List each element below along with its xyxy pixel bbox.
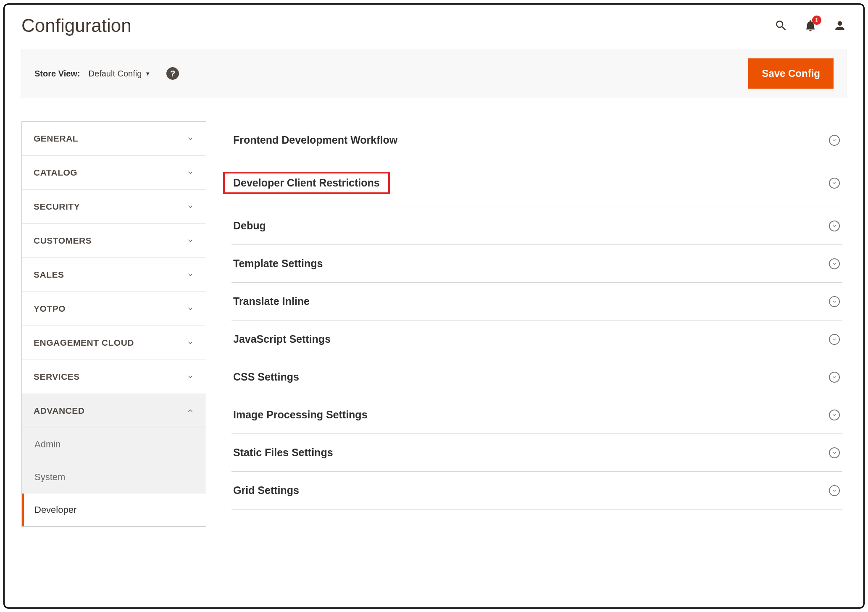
- sidebar-item-admin[interactable]: Admin: [22, 428, 206, 461]
- sidebar-group-general[interactable]: GENERAL: [22, 122, 206, 156]
- expand-down-icon: [829, 258, 840, 269]
- chevron-down-icon: [187, 135, 194, 142]
- chevron-down-icon: [187, 305, 194, 313]
- chevron-down-icon: [187, 373, 194, 381]
- store-view-value: Default Config: [89, 69, 142, 79]
- sidebar-item-system[interactable]: System: [22, 461, 206, 494]
- notifications-icon[interactable]: 1: [804, 19, 817, 32]
- sidebar-group-label: ADVANCED: [34, 406, 84, 416]
- section-frontend-development-workflow[interactable]: Frontend Development Workflow: [231, 121, 842, 159]
- section-debug[interactable]: Debug: [231, 207, 842, 245]
- section-title: JavaScript Settings: [233, 333, 331, 345]
- store-view-select[interactable]: Default Config ▼: [89, 69, 151, 79]
- section-title: Image Processing Settings: [233, 409, 368, 421]
- sidebar-group-label: ENGAGEMENT CLOUD: [34, 338, 134, 348]
- chevron-up-icon: [187, 407, 194, 415]
- section-title: Frontend Development Workflow: [233, 134, 397, 146]
- expand-down-icon: [829, 485, 840, 496]
- section-title: Translate Inline: [233, 295, 310, 307]
- section-title: Static Files Settings: [233, 447, 333, 459]
- chevron-down-icon: [187, 203, 194, 210]
- section-title: Grid Settings: [233, 484, 299, 496]
- section-grid-settings[interactable]: Grid Settings: [231, 472, 842, 510]
- sidebar-group-label: CATALOG: [34, 168, 77, 178]
- save-config-button[interactable]: Save Config: [748, 58, 834, 89]
- config-sections: Frontend Development Workflow Developer …: [231, 121, 847, 527]
- sidebar-group-engagement-cloud[interactable]: ENGAGEMENT CLOUD: [22, 326, 206, 360]
- sidebar-item-developer[interactable]: Developer: [22, 494, 206, 526]
- page-header: Configuration 1: [21, 15, 847, 49]
- sidebar-group-label: GENERAL: [34, 134, 78, 144]
- sidebar-group-label: CUSTOMERS: [34, 236, 92, 246]
- expand-down-icon: [829, 410, 840, 420]
- expand-down-icon: [829, 334, 840, 345]
- section-title: Developer Client Restrictions: [223, 172, 390, 194]
- section-title: Template Settings: [233, 257, 323, 270]
- section-image-processing-settings[interactable]: Image Processing Settings: [231, 396, 842, 434]
- section-title: CSS Settings: [233, 371, 299, 383]
- header-actions: 1: [774, 19, 847, 32]
- sidebar-group-advanced[interactable]: ADVANCED: [22, 394, 206, 428]
- sidebar-group-security[interactable]: SECURITY: [22, 190, 206, 224]
- section-javascript-settings[interactable]: JavaScript Settings: [231, 320, 842, 358]
- search-icon[interactable]: [774, 19, 788, 32]
- section-static-files-settings[interactable]: Static Files Settings: [231, 434, 842, 472]
- section-title: Debug: [233, 220, 266, 232]
- sidebar-group-customers[interactable]: CUSTOMERS: [22, 224, 206, 258]
- sidebar-group-services[interactable]: SERVICES: [22, 360, 206, 394]
- config-toolbar: Store View: Default Config ▼ ? Save Conf…: [21, 49, 847, 98]
- expand-down-icon: [829, 178, 840, 189]
- chevron-down-icon: [187, 339, 194, 347]
- expand-down-icon: [829, 447, 840, 458]
- section-translate-inline[interactable]: Translate Inline: [231, 283, 842, 320]
- page-title: Configuration: [21, 15, 132, 36]
- section-developer-client-restrictions[interactable]: Developer Client Restrictions: [231, 159, 842, 207]
- expand-down-icon: [829, 135, 840, 146]
- sidebar-group-sales[interactable]: SALES: [22, 258, 206, 292]
- section-template-settings[interactable]: Template Settings: [231, 245, 842, 283]
- sidebar-group-label: YOTPO: [34, 304, 66, 314]
- sidebar-subitems-advanced: Admin System Developer: [22, 428, 206, 526]
- sidebar-group-catalog[interactable]: CATALOG: [22, 156, 206, 190]
- sidebar-group-label: SECURITY: [34, 202, 80, 212]
- sidebar-group-label: SERVICES: [34, 372, 80, 382]
- help-icon[interactable]: ?: [166, 67, 179, 80]
- chevron-down-icon: [187, 169, 194, 176]
- expand-down-icon: [829, 372, 840, 383]
- account-icon[interactable]: [833, 19, 847, 32]
- notification-badge: 1: [812, 16, 821, 25]
- expand-down-icon: [829, 296, 840, 307]
- chevron-down-icon: [187, 271, 194, 278]
- caret-down-icon: ▼: [145, 71, 150, 77]
- section-css-settings[interactable]: CSS Settings: [231, 358, 842, 396]
- expand-down-icon: [829, 221, 840, 231]
- store-view-label: Store View:: [34, 69, 80, 79]
- config-sidebar: GENERAL CATALOG SECURITY CUSTOMERS SALES…: [21, 121, 206, 527]
- sidebar-group-label: SALES: [34, 270, 64, 280]
- sidebar-group-yotpo[interactable]: YOTPO: [22, 292, 206, 326]
- chevron-down-icon: [187, 237, 194, 244]
